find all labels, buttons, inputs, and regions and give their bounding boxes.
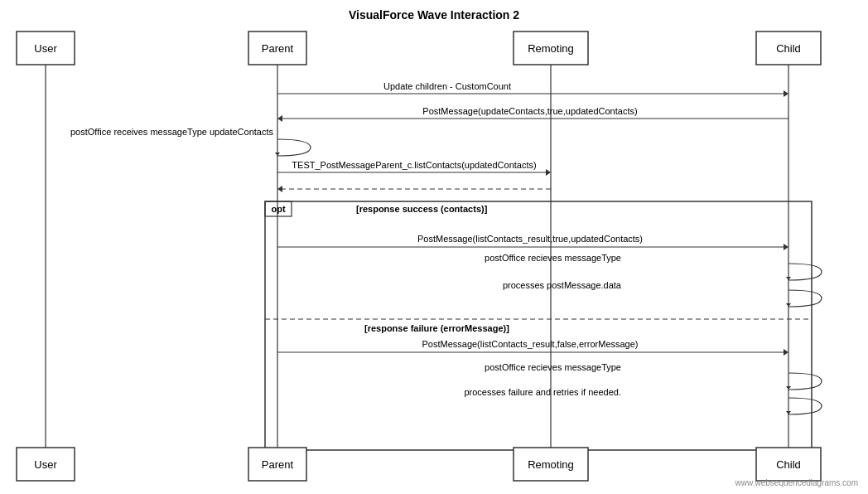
svg-text:Update children - CustomCount: Update children - CustomCount <box>383 81 511 91</box>
svg-marker-24 <box>277 186 282 192</box>
svg-text:Remoting: Remoting <box>528 42 574 55</box>
svg-text:[response failure (errorMessag: [response failure (errorMessage)] <box>364 323 509 333</box>
svg-marker-13 <box>784 90 788 97</box>
svg-text:User: User <box>34 42 57 55</box>
svg-text:postOffice recieves messageTyp: postOffice recieves messageType <box>485 253 621 263</box>
svg-marker-16 <box>277 115 282 122</box>
svg-marker-21 <box>546 169 551 176</box>
svg-text:User: User <box>34 458 57 471</box>
diagram-container: VisualForce Wave Interaction 2 User Pare… <box>0 0 868 494</box>
svg-text:[response success (contacts)]: [response success (contacts)] <box>356 204 488 214</box>
svg-marker-39 <box>784 349 788 356</box>
svg-text:Child: Child <box>776 458 801 471</box>
svg-text:Child: Child <box>776 42 801 55</box>
svg-text:opt: opt <box>271 204 285 214</box>
watermark: www.websequencediagrams.com <box>735 478 858 487</box>
svg-text:postOffice receives messageTyp: postOffice receives messageType updateCo… <box>70 127 273 137</box>
svg-text:TEST_PostMessageParent_c.listC: TEST_PostMessageParent_c.listContacts(up… <box>292 160 536 170</box>
svg-text:postOffice recieves messageTyp: postOffice recieves messageType <box>485 362 621 372</box>
svg-text:PostMessage(updateContacts,tru: PostMessage(updateContacts,true,updatedC… <box>422 106 637 116</box>
svg-text:Parent: Parent <box>262 458 294 471</box>
svg-marker-30 <box>784 244 788 250</box>
svg-text:PostMessage(listContacts_resul: PostMessage(listContacts_result,false,er… <box>422 339 638 349</box>
svg-text:PostMessage(listContacts_resul: PostMessage(listContacts_result,true,upd… <box>417 234 643 244</box>
svg-text:Remoting: Remoting <box>528 458 574 471</box>
svg-text:processes failure and retries : processes failure and retries if needed. <box>464 387 621 397</box>
svg-text:processes postMessage.data: processes postMessage.data <box>503 280 622 290</box>
svg-text:Parent: Parent <box>262 42 294 55</box>
